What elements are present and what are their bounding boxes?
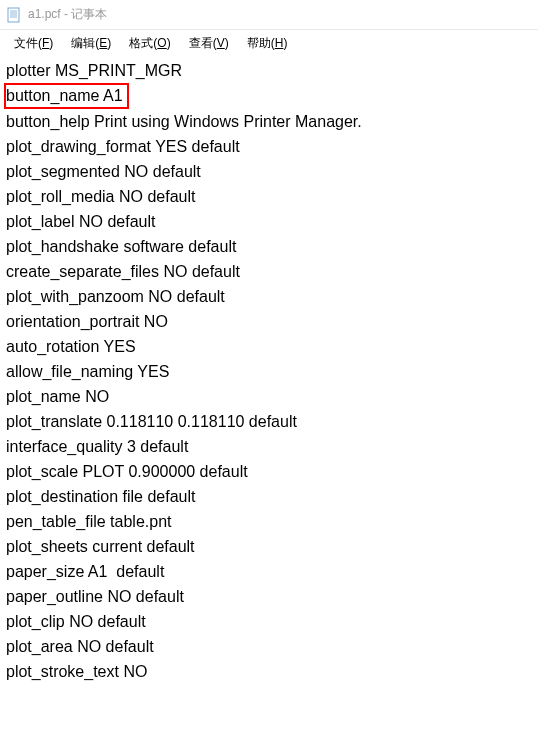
text-line: paper_size A1 default <box>6 559 532 584</box>
menu-format[interactable]: 格式(O) <box>121 33 178 54</box>
text-line: orientation_portrait NO <box>6 309 532 334</box>
menu-edit[interactable]: 编辑(E) <box>63 33 119 54</box>
text-line: plot_segmented NO default <box>6 159 532 184</box>
text-line: plot_label NO default <box>6 209 532 234</box>
text-line: pen_table_file table.pnt <box>6 509 532 534</box>
text-line: plot_area NO default <box>6 634 532 659</box>
window-title: a1.pcf - 记事本 <box>28 6 107 23</box>
highlight-annotation: button_name A1 <box>4 83 129 109</box>
text-line: auto_rotation YES <box>6 334 532 359</box>
text-line: allow_file_naming YES <box>6 359 532 384</box>
text-line: plot_handshake software default <box>6 234 532 259</box>
text-line: plotter MS_PRINT_MGR <box>6 58 532 83</box>
text-line: plot_clip NO default <box>6 609 532 634</box>
text-line: plot_drawing_format YES default <box>6 134 532 159</box>
text-line: plot_stroke_text NO <box>6 659 532 684</box>
text-line: plot_name NO <box>6 384 532 409</box>
text-line: plot_scale PLOT 0.900000 default <box>6 459 532 484</box>
menu-file[interactable]: 文件(F) <box>6 33 61 54</box>
text-line: plot_translate 0.118110 0.118110 default <box>6 409 532 434</box>
text-line: plot_with_panzoom NO default <box>6 284 532 309</box>
menu-bar: 文件(F) 编辑(E) 格式(O) 查看(V) 帮助(H) <box>0 30 538 56</box>
text-line: plot_destination file default <box>6 484 532 509</box>
text-line: plot_sheets current default <box>6 534 532 559</box>
text-line: create_separate_files NO default <box>6 259 532 284</box>
text-line: button_name A1 <box>6 83 532 109</box>
text-line: button_help Print using Windows Printer … <box>6 109 532 134</box>
menu-view[interactable]: 查看(V) <box>181 33 237 54</box>
text-line: plot_roll_media NO default <box>6 184 532 209</box>
text-line: interface_quality 3 default <box>6 434 532 459</box>
notepad-icon <box>6 7 22 23</box>
text-content-area[interactable]: plotter MS_PRINT_MGRbutton_name A1button… <box>0 56 538 686</box>
text-line: paper_outline NO default <box>6 584 532 609</box>
menu-help[interactable]: 帮助(H) <box>239 33 296 54</box>
window-titlebar: a1.pcf - 记事本 <box>0 0 538 30</box>
